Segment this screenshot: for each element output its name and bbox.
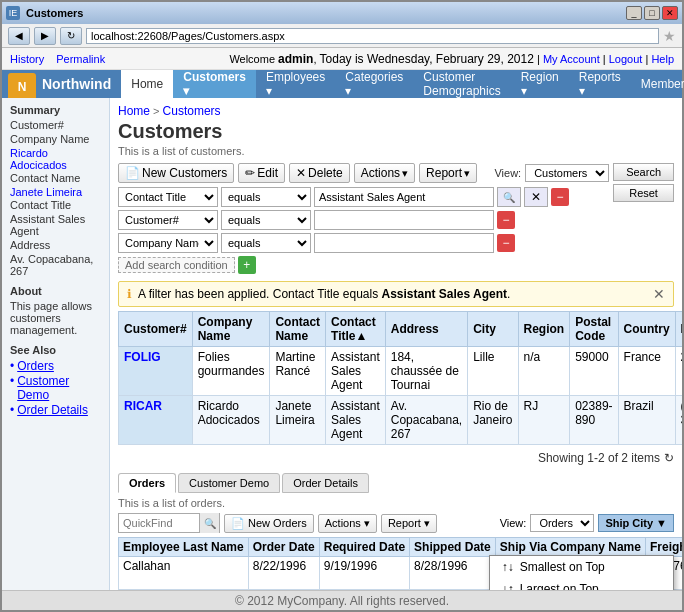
reset-button[interactable]: Reset xyxy=(613,184,674,202)
breadcrumb: Home > Customers xyxy=(118,104,674,118)
quickfind-button[interactable]: 🔍 xyxy=(199,513,219,533)
logout-link[interactable]: Logout xyxy=(609,53,643,65)
sidebar-customerdemo-link[interactable]: •Customer Demo xyxy=(10,374,101,402)
th-phone[interactable]: Phone xyxy=(675,312,682,347)
help-link[interactable]: Help xyxy=(651,53,674,65)
customers-refresh-icon[interactable]: ↻ xyxy=(664,451,674,465)
nav-customers[interactable]: Customers ▾ xyxy=(173,70,256,98)
breadcrumb-customers[interactable]: Customers xyxy=(163,104,221,118)
delete-button[interactable]: ✕ Delete xyxy=(289,163,350,183)
ship-city-filter-btn[interactable]: Ship City ▼ xyxy=(598,514,674,532)
orders-view-select[interactable]: Orders xyxy=(530,514,594,532)
quickfind-container: 🔍 xyxy=(118,513,220,533)
tab-customer-demo[interactable]: Customer Demo xyxy=(178,473,280,493)
cell-contactname: Martine Rancé xyxy=(270,347,326,396)
add-condition-link[interactable]: Add search condition xyxy=(118,257,235,273)
filter-field-2[interactable]: Customer# xyxy=(118,210,218,230)
sidebar-orderdetails-link[interactable]: •Order Details xyxy=(10,403,101,417)
th-contacttitle[interactable]: Contact Title▲ xyxy=(326,312,386,347)
close-button[interactable]: ✕ xyxy=(662,6,678,20)
cell-contacttitle: Assistant Sales Agent xyxy=(326,347,386,396)
filter-value-2[interactable] xyxy=(314,210,494,230)
nav-employees[interactable]: Employees ▾ xyxy=(256,70,335,98)
th-region[interactable]: Region xyxy=(518,312,570,347)
sidebar-seealso-section: See Also •Orders •Customer Demo •Order D… xyxy=(10,344,101,417)
cell-phone: 20.16.10.16 xyxy=(675,347,682,396)
maximize-button[interactable]: □ xyxy=(644,6,660,20)
new-orders-button[interactable]: 📄 New Orders xyxy=(224,514,314,533)
nav-membership[interactable]: Membership xyxy=(631,70,684,98)
th-reqdate[interactable]: Required Date xyxy=(319,538,409,557)
context-smallest-on-top[interactable]: ↑↓ Smallest on Top xyxy=(490,556,673,578)
footer-text: © 2012 MyCompany. All rights reserved. xyxy=(235,594,449,608)
cell-employee: Callahan xyxy=(119,557,249,590)
permalink-link[interactable]: Permalink xyxy=(56,53,105,65)
filter-banner-close[interactable]: ✕ xyxy=(653,286,665,302)
context-largest-on-top[interactable]: ↓↑ Largest on Top xyxy=(490,578,673,590)
search-button[interactable]: Search xyxy=(613,163,674,181)
view-select[interactable]: Customers xyxy=(525,164,609,182)
filter-row-2: Customer# equals − xyxy=(118,210,609,230)
sidebar-contact-link[interactable]: Janete Limeira xyxy=(10,186,101,198)
cell-postalcode: 59000 xyxy=(570,347,618,396)
new-icon: 📄 xyxy=(125,166,140,180)
filter-clear-icon-1[interactable]: ✕ xyxy=(524,187,548,207)
forward-button[interactable]: ▶ xyxy=(34,27,56,45)
filter-search-icon-1[interactable]: 🔍 xyxy=(497,187,521,207)
new-customers-button[interactable]: 📄 New Customers xyxy=(118,163,234,183)
my-account-link[interactable]: My Account xyxy=(543,53,600,65)
th-city[interactable]: City xyxy=(468,312,518,347)
sidebar-company-link[interactable]: Ricardo Adocicados xyxy=(10,147,101,171)
favorites-icon[interactable]: ★ xyxy=(663,28,676,44)
edit-button[interactable]: ✏ Edit xyxy=(238,163,285,183)
url-input[interactable] xyxy=(86,28,659,44)
refresh-button[interactable]: ↻ xyxy=(60,27,82,45)
nav-home[interactable]: Home xyxy=(121,70,173,98)
nav-region[interactable]: Region ▾ xyxy=(511,70,569,98)
filter-op-1[interactable]: equals xyxy=(221,187,311,207)
customers-pager: Showing 1-2 of 2 items ↻ xyxy=(118,451,674,465)
orders-report-dropdown[interactable]: Report ▾ xyxy=(381,514,437,533)
tab-order-details[interactable]: Order Details xyxy=(282,473,369,493)
filter-value-1[interactable] xyxy=(314,187,494,207)
nav-demographics[interactable]: Customer Demographics xyxy=(413,70,510,98)
breadcrumb-home[interactable]: Home xyxy=(118,104,150,118)
th-freight[interactable]: Freight xyxy=(645,538,682,557)
actions-dropdown[interactable]: Actions ▾ xyxy=(354,163,415,183)
minimize-button[interactable]: _ xyxy=(626,6,642,20)
quickfind-input[interactable] xyxy=(119,517,199,529)
add-condition-button[interactable]: + xyxy=(238,256,256,274)
th-shipvia[interactable]: Ship Via Company Name xyxy=(495,538,645,557)
filter-value-3[interactable] xyxy=(314,233,494,253)
filter-op-3[interactable]: equals xyxy=(221,233,311,253)
filter-banner-text: A filter has been applied. Contact Title… xyxy=(138,287,510,301)
filter-remove-2[interactable]: − xyxy=(497,211,515,229)
th-orderdate[interactable]: Order Date xyxy=(248,538,319,557)
report-dropdown[interactable]: Report ▾ xyxy=(419,163,477,183)
filter-field-3[interactable]: Company Name xyxy=(118,233,218,253)
filter-remove-3[interactable]: − xyxy=(497,234,515,252)
cell-customernum[interactable]: RICAR xyxy=(119,396,193,445)
th-postalcode[interactable]: Postal Code xyxy=(570,312,618,347)
th-employee[interactable]: Employee Last Name xyxy=(119,538,249,557)
nav-reports[interactable]: Reports ▾ xyxy=(569,70,631,98)
history-link[interactable]: History xyxy=(10,53,44,65)
th-companyname[interactable]: Company Name xyxy=(192,312,270,347)
th-contactname[interactable]: Contact Name xyxy=(270,312,326,347)
th-country[interactable]: Country xyxy=(618,312,675,347)
th-address[interactable]: Address xyxy=(385,312,467,347)
th-customernum[interactable]: Customer# xyxy=(119,312,193,347)
nav-categories[interactable]: Categories ▾ xyxy=(335,70,413,98)
filter-remove-1[interactable]: − xyxy=(551,188,569,206)
filter-op-2[interactable]: equals xyxy=(221,210,311,230)
tab-orders[interactable]: Orders xyxy=(118,473,176,493)
filter-field-1[interactable]: Contact Title xyxy=(118,187,218,207)
cell-postalcode: 02389-890 xyxy=(570,396,618,445)
back-button[interactable]: ◀ xyxy=(8,27,30,45)
orders-actions-dropdown[interactable]: Actions ▾ xyxy=(318,514,377,533)
cell-customernum[interactable]: FOLIG xyxy=(119,347,193,396)
sidebar-orders-link[interactable]: •Orders xyxy=(10,359,101,373)
cell-companyname: Folies gourmandes xyxy=(192,347,270,396)
th-shipdate[interactable]: Shipped Date xyxy=(410,538,496,557)
app-window: IE Customers _ □ ✕ ◀ ▶ ↻ ★ History Perma… xyxy=(0,0,684,612)
